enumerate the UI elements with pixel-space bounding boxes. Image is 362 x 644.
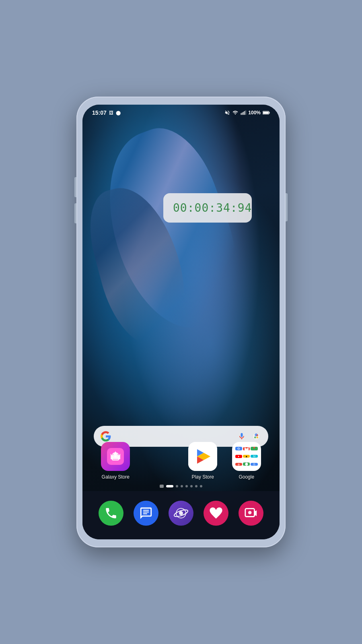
galaxy-store-label: Galaxy Store [102,474,130,480]
page-indicators [82,485,280,488]
volume-up-button[interactable] [74,177,76,197]
svg-rect-0 [241,113,242,115]
screenshot-icon: 🖼 [109,110,113,115]
phone-dock-app[interactable] [99,501,123,526]
google-logo [100,431,111,442]
svg-point-11 [256,436,258,438]
google-folder-app[interactable]: G 📍 ▲ M ✿ [232,442,261,480]
galaxy-store-icon [101,442,130,471]
svg-point-20 [248,511,251,514]
svg-rect-1 [242,112,243,115]
signal-icon [241,110,246,116]
messages-dock-app[interactable] [134,501,158,526]
svg-rect-2 [243,112,244,115]
play-store-icon [188,442,217,471]
dock [82,491,280,539]
status-time: 15:07 [92,109,107,116]
page-indicator-3[interactable] [181,485,183,487]
play-store-app[interactable]: Play Store [188,442,217,480]
svg-point-10 [254,436,256,438]
google-folder-icon: G 📍 ▲ M ✿ [232,442,261,471]
svg-rect-7 [263,111,269,114]
voice-search-button[interactable] [236,431,247,442]
battery-icon [263,110,270,115]
page-indicator-5[interactable] [190,485,193,487]
health-dock-app[interactable] [204,501,228,526]
power-button[interactable] [286,193,288,221]
wifi-icon [232,110,239,116]
app-grid: Galaxy Store [82,442,280,480]
page-indicator-1-active[interactable] [166,485,173,487]
page-indicator-7[interactable] [200,485,202,487]
page-indicator-grid[interactable] [160,485,164,488]
play-store-label: Play Store [192,474,214,480]
phone-frame: 15:07 🖼 ⬤ [76,97,286,547]
camera-notification-icon: ⬤ [116,110,121,116]
svg-point-14 [114,455,117,458]
svg-point-9 [256,434,258,436]
svg-point-18 [179,511,183,515]
phone-screen: 15:07 🖼 ⬤ [82,105,280,539]
mute-icon [224,110,230,116]
google-folder-label: Google [239,474,254,480]
page-indicator-4[interactable] [185,485,188,487]
page-indicator-6[interactable] [195,485,197,487]
svg-rect-4 [246,110,247,115]
stopwatch-widget[interactable]: 00:00:34:94 [163,193,252,223]
internet-dock-app[interactable] [169,501,193,526]
volume-down-button[interactable] [74,203,76,223]
page-indicator-2[interactable] [176,485,178,487]
svg-rect-6 [269,112,270,114]
status-bar: 15:07 🖼 ⬤ [82,105,280,121]
galaxy-store-app[interactable]: Galaxy Store [101,442,130,480]
svg-rect-3 [245,111,245,115]
screen-recorder-dock-app[interactable] [239,501,263,526]
lens-search-button[interactable] [251,431,262,442]
battery-percentage: 100% [248,110,261,116]
status-icons: 100% [224,110,270,116]
stopwatch-display: 00:00:34:94 [173,201,252,215]
